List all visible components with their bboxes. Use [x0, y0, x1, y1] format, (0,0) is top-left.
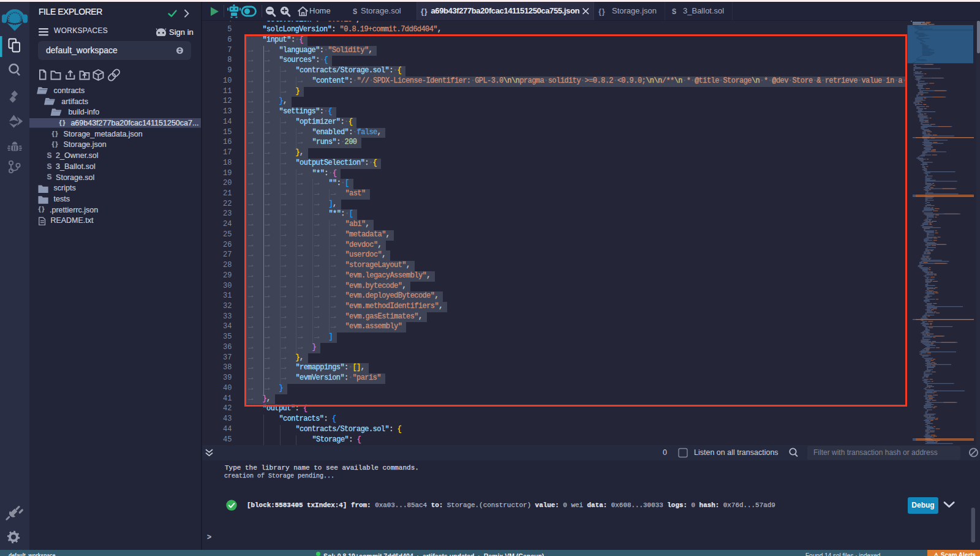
svg-text:S: S [353, 8, 357, 17]
svg-text:S: S [672, 8, 676, 17]
svg-text:{}: {} [421, 7, 428, 16]
svg-text:{}: {} [598, 7, 606, 16]
